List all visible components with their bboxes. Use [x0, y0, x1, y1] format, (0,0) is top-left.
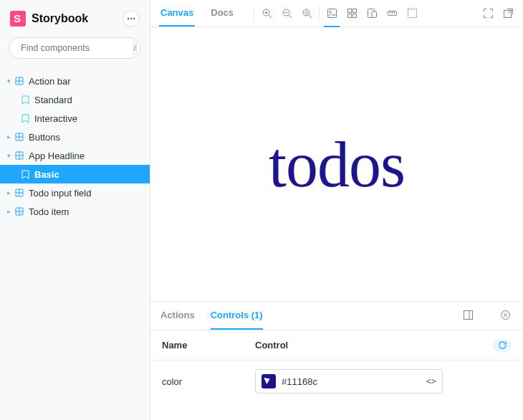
zoom-out-button[interactable] [280, 7, 293, 20]
color-format-toggle[interactable]: <> [422, 376, 436, 386]
main: Canvas Docs todos Actions Controls (1) [150, 0, 523, 420]
svg-line-21 [269, 15, 272, 18]
svg-line-43 [509, 9, 513, 14]
component-tree: ▾ Action bar Standard Interactive ▸ Butt… [0, 67, 150, 221]
zoom-reset-button[interactable] [300, 7, 313, 20]
svg-point-27 [303, 9, 310, 16]
svg-line-28 [309, 15, 312, 18]
color-control[interactable]: <> [255, 369, 443, 393]
sidebar-item-label: Todo input field [29, 188, 91, 199]
zoom-group [260, 7, 313, 20]
svg-rect-41 [408, 9, 416, 18]
svg-point-30 [329, 11, 331, 13]
control-name: color [162, 376, 255, 387]
caret-down-icon: ▾ [7, 77, 13, 85]
svg-rect-33 [347, 14, 351, 18]
component-icon [14, 132, 24, 142]
sidebar-item-interactive[interactable]: Interactive [0, 109, 150, 128]
sidebar-item-todo-input-field[interactable]: ▸ Todo input field [0, 183, 150, 202]
toolbar: Canvas Docs [150, 0, 523, 27]
preview-canvas: todos [150, 27, 523, 301]
addon-group [325, 7, 418, 20]
sidebar-item-label: Buttons [29, 132, 60, 143]
sidebar-item-buttons[interactable]: ▸ Buttons [0, 128, 150, 146]
story-icon [20, 113, 30, 123]
component-icon [14, 206, 24, 216]
viewport-button[interactable] [365, 7, 378, 20]
column-name: Name [162, 340, 255, 350]
sidebar-item-label: Interactive [34, 113, 77, 124]
toolbar-divider [319, 6, 320, 22]
outline-button[interactable] [406, 7, 418, 20]
sidebar-item-label: Action bar [29, 76, 71, 87]
caret-down-icon: ▾ [7, 152, 13, 159]
search-input[interactable] [21, 43, 133, 53]
sidebar-item-label: Todo item [29, 206, 69, 217]
window-group [481, 7, 514, 20]
preview-headline: todos [269, 128, 405, 201]
caret-right-icon: ▸ [7, 133, 13, 140]
caret-right-icon: ▸ [7, 189, 13, 196]
svg-rect-36 [372, 11, 377, 18]
search-shortcut-key: / [133, 42, 137, 54]
search-input-wrapper[interactable]: / [9, 37, 141, 59]
column-control: Control [255, 340, 493, 350]
color-swatch[interactable] [262, 374, 276, 388]
grid-button[interactable] [345, 7, 358, 20]
toolbar-divider [254, 6, 254, 22]
preview-tabs: Canvas Docs [159, 0, 235, 27]
svg-rect-29 [327, 9, 336, 18]
svg-line-25 [289, 15, 292, 18]
tab-docs[interactable]: Docs [209, 0, 235, 27]
sidebar-item-label: Standard [34, 95, 72, 105]
control-row-color: color <> [150, 361, 523, 402]
component-icon [14, 76, 24, 86]
svg-rect-32 [352, 9, 356, 13]
sidebar: Storybook / ▾ Action bar Standard Intera… [0, 0, 150, 420]
svg-rect-34 [352, 14, 356, 18]
svg-rect-44 [464, 310, 473, 319]
sidebar-item-label: App Headline [29, 151, 85, 161]
sidebar-item-action-bar[interactable]: ▾ Action bar [0, 72, 150, 90]
sidebar-search: / [9, 37, 141, 59]
sidebar-header: Storybook [0, 0, 150, 34]
tab-canvas[interactable]: Canvas [159, 0, 195, 27]
zoom-in-button[interactable] [260, 7, 273, 20]
open-new-tab-button[interactable] [502, 7, 514, 20]
measure-button[interactable] [385, 7, 398, 20]
fullscreen-button[interactable] [481, 7, 494, 20]
addons-panel: Actions Controls (1) Name Control color … [150, 301, 523, 420]
svg-rect-31 [347, 9, 351, 13]
panel-orientation-button[interactable] [463, 310, 476, 323]
component-icon [14, 151, 24, 161]
background-button[interactable] [325, 7, 338, 20]
controls-header: Name Control [150, 330, 523, 361]
svg-point-2 [133, 18, 135, 19]
story-icon [20, 95, 30, 105]
sidebar-item-label: Basic [34, 169, 59, 180]
ellipsis-icon [127, 14, 135, 23]
component-icon [14, 188, 24, 198]
caret-right-icon: ▸ [7, 208, 13, 215]
tab-actions[interactable]: Actions [160, 302, 195, 330]
sidebar-item-standard[interactable]: Standard [0, 90, 150, 109]
svg-point-1 [130, 18, 132, 19]
sidebar-item-todo-item[interactable]: ▸ Todo item [0, 202, 150, 221]
svg-point-0 [128, 18, 129, 19]
sidebar-item-app-headline[interactable]: ▾ App Headline [0, 146, 150, 165]
storybook-logo-icon [10, 11, 26, 27]
reset-controls-button[interactable] [493, 339, 512, 352]
panel-close-button[interactable] [500, 310, 513, 323]
panel-tabs: Actions Controls (1) [150, 302, 523, 330]
sidebar-menu-button[interactable] [123, 10, 140, 27]
brand-title: Storybook [32, 12, 123, 25]
color-value-input[interactable] [282, 376, 422, 387]
story-icon [20, 169, 30, 179]
sidebar-item-basic[interactable]: Basic [0, 165, 150, 183]
tab-controls[interactable]: Controls (1) [211, 302, 263, 330]
